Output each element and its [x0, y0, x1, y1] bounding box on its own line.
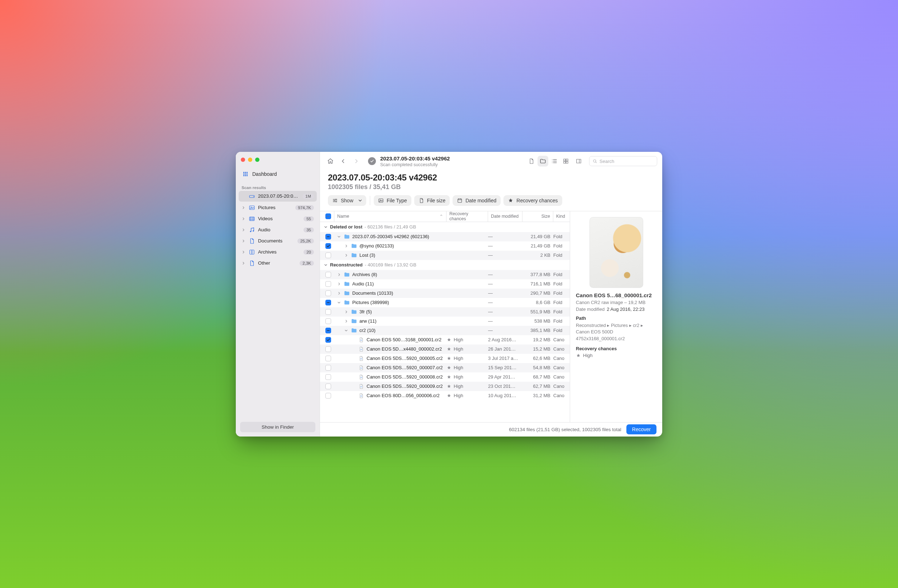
row-checkbox[interactable]: [322, 290, 334, 296]
filter-recovery-chances[interactable]: Recovery chances: [503, 195, 562, 206]
status-bar: 602134 files (21,51 GB) selected, 100230…: [320, 422, 662, 436]
chevron-down-icon[interactable]: [337, 234, 341, 239]
view-grid-button[interactable]: [560, 156, 571, 166]
row-size: 8,6 GB: [523, 300, 553, 305]
list-item[interactable]: Canon EOS 80D…056_000006.cr2High10 Aug 2…: [320, 391, 570, 400]
view-folder-button[interactable]: [538, 156, 548, 166]
checkbox-mixed-icon: [325, 213, 331, 219]
sidebar-item-pictures[interactable]: Pictures974,7K: [239, 202, 317, 213]
row-kind: Fold: [553, 300, 570, 305]
list-item[interactable]: Canon EOS 500…3168_000001.cr2High2 Aug 2…: [320, 335, 570, 344]
list-item[interactable]: Canon EOS 5D…x4480_000002.cr2High26 Jan …: [320, 344, 570, 354]
zoom-window-button[interactable]: [255, 158, 260, 162]
sidebar-item-dashboard[interactable]: Dashboard: [239, 168, 317, 180]
row-date: 29 Apr 201…: [488, 374, 523, 379]
minimize-window-button[interactable]: [248, 158, 252, 162]
filter-file-size[interactable]: File size: [414, 195, 450, 206]
sidebar-item-archives[interactable]: Archives20: [239, 247, 317, 258]
sidebar-item-audio[interactable]: Audio35: [239, 224, 317, 235]
close-window-button[interactable]: [241, 158, 245, 162]
row-date: 10 Aug 201…: [488, 393, 523, 398]
show-in-finder-button[interactable]: Show in Finder: [240, 422, 315, 432]
row-checkbox[interactable]: [322, 300, 334, 306]
sidebar-scan-label: 2023.07.05-20:03:…: [258, 193, 300, 199]
sidebar-badge: 55: [303, 216, 314, 221]
list-item[interactable]: arw (11)—538 MBFold: [320, 316, 570, 326]
row-checkbox[interactable]: [322, 272, 334, 278]
chevron-right-icon[interactable]: [344, 309, 349, 315]
chevron-down-icon[interactable]: [344, 328, 349, 333]
sidebar-scan-item[interactable]: 2023.07.05-20:03:… 1M: [239, 191, 317, 202]
row-checkbox[interactable]: [322, 309, 334, 315]
list-item[interactable]: 2023.07.05-200345 v42962 (602136)—21,49 …: [320, 232, 570, 241]
row-checkbox[interactable]: [322, 318, 334, 324]
list-item[interactable]: Canon EOS 5DS…5920_000008.cr2High29 Apr …: [320, 372, 570, 382]
chevron-right-icon[interactable]: [344, 319, 349, 324]
toggle-inspector-button[interactable]: [574, 156, 584, 166]
sidebar-item-videos[interactable]: Videos55: [239, 213, 317, 224]
row-checkbox[interactable]: [322, 337, 334, 343]
header-size[interactable]: Size: [523, 211, 553, 222]
list-item[interactable]: Audio (11)—716,1 MBFold: [320, 279, 570, 289]
nav-back-button[interactable]: [338, 156, 349, 166]
list-item[interactable]: Lost (3)—2 KBFold: [320, 251, 570, 260]
row-checkbox[interactable]: [322, 328, 334, 333]
chevron-right-icon[interactable]: [337, 281, 341, 287]
header-recovery[interactable]: Recovery chances: [446, 211, 488, 222]
view-doc-button[interactable]: [526, 156, 537, 166]
list-section-reconstructed[interactable]: Reconstructed - 400169 files / 13,92 GB: [320, 260, 570, 270]
header-checkbox[interactable]: [322, 211, 334, 222]
row-checkbox[interactable]: [322, 356, 334, 361]
row-name: Canon EOS 500…3168_000001.cr2: [367, 337, 441, 342]
list-item[interactable]: 3fr (5)—551,9 MBFold: [320, 307, 570, 316]
list-item[interactable]: Pictures (389998)—8,6 GBFold: [320, 298, 570, 307]
row-name: Audio (11): [352, 281, 374, 287]
header-date[interactable]: Date modified: [488, 211, 523, 222]
header-name[interactable]: Name ⌃: [334, 211, 446, 222]
sliders-icon: [332, 198, 338, 203]
chevron-right-icon[interactable]: [337, 291, 341, 296]
list-item[interactable]: Canon EOS 5DS…5920_000009.cr2High23 Oct …: [320, 382, 570, 391]
chevron-right-icon[interactable]: [337, 272, 341, 277]
file-icon: [358, 374, 364, 380]
chevron-right-icon[interactable]: [344, 244, 349, 249]
sidebar-item-documents[interactable]: Documents25,2K: [239, 236, 317, 246]
sidebar-scan-badge: 1M: [303, 194, 314, 199]
inspector-subtitle: Canon CR2 raw image – 19,2 MB: [576, 300, 657, 305]
filter-show[interactable]: Show: [328, 195, 366, 206]
row-checkbox[interactable]: [322, 234, 334, 239]
sidebar-badge: 25,2K: [297, 238, 314, 244]
row-checkbox[interactable]: [322, 374, 334, 380]
list-item[interactable]: cr2 (10)—385,1 MBFold: [320, 326, 570, 335]
list-section-deleted[interactable]: Deleted or lost - 602136 files / 21,49 G…: [320, 222, 570, 232]
chevron-right-icon: [241, 238, 246, 244]
nav-home-button[interactable]: [325, 156, 336, 166]
filter-date-modified[interactable]: Date modified: [452, 195, 501, 206]
row-checkbox[interactable]: [322, 281, 334, 287]
recover-button[interactable]: Recover: [626, 424, 657, 434]
star-icon: [508, 198, 514, 203]
list-item[interactable]: Documents (10133)—290,7 MBFold: [320, 289, 570, 298]
nav-forward-button[interactable]: [351, 156, 361, 166]
list-item[interactable]: @syno (602133)—21,49 GBFold: [320, 241, 570, 251]
row-checkbox[interactable]: [322, 365, 334, 371]
view-list-button[interactable]: [549, 156, 560, 166]
row-checkbox[interactable]: [322, 393, 334, 399]
row-checkbox[interactable]: [322, 252, 334, 258]
list-item[interactable]: Canon EOS 5DS…5920_000007.cr2High15 Sep …: [320, 363, 570, 372]
row-checkbox[interactable]: [322, 243, 334, 249]
videos-icon: [249, 216, 255, 222]
chevron-down-icon[interactable]: [337, 300, 341, 305]
row-size: 15,2 MB: [523, 346, 553, 352]
audio-icon: [249, 227, 255, 233]
list-item[interactable]: Canon EOS 5DS…5920_000005.cr2High3 Jul 2…: [320, 354, 570, 363]
filter-file-type[interactable]: File Type: [374, 195, 411, 206]
chevron-right-icon[interactable]: [344, 253, 349, 258]
row-date: 26 Jan 201…: [488, 346, 523, 352]
sidebar-item-other[interactable]: Other2,3K: [239, 258, 317, 269]
list-item[interactable]: Archives (8)—377,8 MBFold: [320, 270, 570, 279]
row-checkbox[interactable]: [322, 346, 334, 352]
search-input[interactable]: Search: [589, 156, 657, 166]
row-checkbox[interactable]: [322, 384, 334, 389]
header-kind[interactable]: Kind: [553, 211, 570, 222]
